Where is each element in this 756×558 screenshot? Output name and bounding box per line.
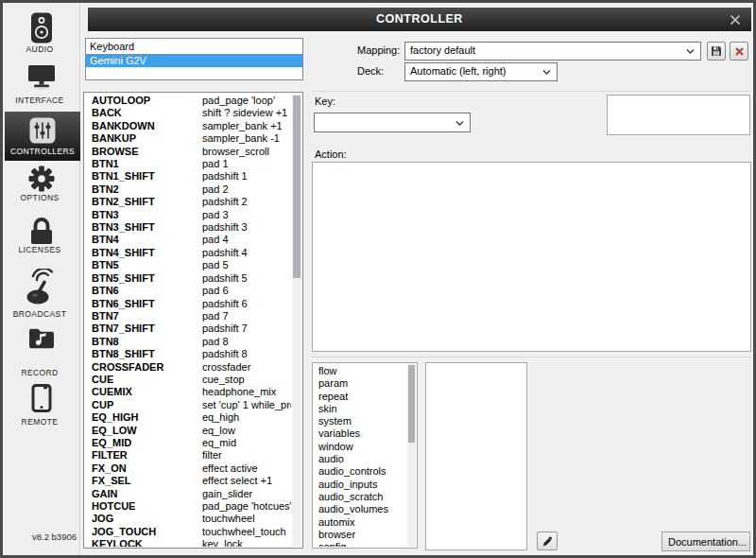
mapping-row[interactable]: AUTOLOOP pad_page 'loop' [85,95,291,107]
mapping-row[interactable]: JOG_TOUCH touchwheel_touch [85,526,291,538]
mapping-select[interactable]: factory default [404,42,701,61]
mapping-row[interactable]: BTN7_SHIFT padshift 7 [85,323,291,335]
mapping-row[interactable]: BTN4_SHIFT padshift 4 [85,247,291,259]
action-category-rows: flow param repeat skin system variables … [314,365,407,547]
action-category-item[interactable]: window [314,441,407,453]
documentation-button[interactable]: Documentation... [662,532,750,551]
mapping-key: FX_SEL [92,475,131,487]
mapping-row[interactable]: BTN8_SHIFT padshift 8 [85,348,291,360]
mapping-action: pad 8 [202,336,229,348]
deck-label: Deck: [357,65,384,77]
sidebar-item-controllers[interactable]: CONTROLLERS [5,112,80,161]
mapping-row[interactable]: CROSSFADER crossfader [85,361,291,374]
mapping-row[interactable]: EQ_MID eq_mid [85,437,291,449]
mapping-key: BTN2 [92,183,119,196]
action-category-item[interactable]: system [314,415,407,427]
mapping-key: CUE [92,374,113,386]
mapping-row[interactable]: KEYLOCK key_lock [85,538,291,547]
mapping-row[interactable]: CUP set 'cup' 1 while_press [85,399,291,411]
mapping-key: CUP [92,399,113,411]
mapping-row[interactable]: CUE cue_stop [85,374,291,386]
mapping-label: Mapping: [357,44,400,56]
mapping-row[interactable]: FX_ON effect active [85,462,291,475]
action-category-item[interactable]: variables [314,427,407,440]
mapping-row[interactable]: BANKDOWN sampler_bank +1 [85,120,291,132]
sidebar-item-label: BROADCAST [0,309,79,319]
mapping-row[interactable]: FILTER filter [85,449,291,462]
mapping-row[interactable]: BTN1_SHIFT padshift 1 [85,170,291,183]
delete-mapping-button[interactable] [730,42,748,61]
mapping-key: BANKUP [92,132,136,145]
device-item-gemini-g2v[interactable]: Gemini G2V [86,54,302,68]
action-category-item[interactable]: param [314,377,407,390]
mapping-row[interactable]: CUEMIX headphone_mix [85,386,291,398]
mapping-row[interactable]: BTN8 pad 8 [85,336,291,348]
key-select[interactable] [314,113,471,132]
action-category-item[interactable]: audio_scratch [314,491,407,503]
action-category-scroll-thumb[interactable] [408,365,415,443]
save-mapping-button[interactable] [707,42,726,61]
action-textarea[interactable] [312,162,751,352]
mapping-action: padshift 1 [202,170,248,183]
action-detail-list[interactable] [425,362,527,550]
action-category-item[interactable]: flow [314,365,407,377]
mapping-row[interactable]: BTN5 pad 5 [85,259,291,271]
mapping-key: JOG [92,513,113,525]
mapping-list-scrollbar[interactable] [292,94,301,547]
close-icon[interactable] [728,12,743,27]
save-icon [711,45,722,57]
mapping-row[interactable]: BTN1 pad 1 [85,158,291,170]
mapping-key: BTN1_SHIFT [92,170,155,183]
action-category-scrollbar[interactable] [407,364,416,547]
mapping-action: sampler_bank -1 [202,132,280,145]
mapping-action: pad 6 [202,285,229,297]
mapping-row[interactable]: BTN3 pad 3 [85,209,291,221]
action-category-item[interactable]: browser [314,529,407,541]
mapping-key: HOTCUE [92,500,135,513]
mapping-action: effect active [202,462,258,475]
mapping-action: pad 2 [202,183,229,196]
mapping-row[interactable]: BTN2 pad 2 [85,183,291,196]
mapping-row[interactable]: BROWSE browser_scroll [85,146,291,158]
controller-settings-window: AUDIO INTERFACE CONTROLLERS [0,0,756,558]
mapping-key: EQ_HIGH [92,411,139,424]
sidebar-item-label: LICENSES [0,245,79,254]
mapping-action: shift ? sideview +1 : br [202,107,291,119]
mapping-row[interactable]: HOTCUE pad_page 'hotcues' [85,500,291,513]
deck-select[interactable]: Automatic (left, right) [404,62,558,81]
mapping-action: pad 3 [202,209,229,221]
sidebar-item-label: REMOTE [0,417,79,427]
learn-action-button[interactable] [537,532,558,550]
mapping-row[interactable]: BTN5_SHIFT padshift 5 [85,272,291,285]
device-item-keyboard[interactable]: Keyboard [86,40,302,54]
mapping-row[interactable]: BTN3_SHIFT padshift 3 [85,221,291,234]
mapping-row[interactable]: GAIN gain_slider [85,488,291,500]
mapping-row[interactable]: BANKUP sampler_bank -1 [85,132,291,145]
sidebar-item-label: OPTIONS [0,193,79,202]
mapping-action: headphone_mix [202,386,276,398]
mapping-row[interactable]: EQ_HIGH eq_high [85,411,291,424]
monitor-icon [27,64,56,89]
action-category-item[interactable]: repeat [314,391,407,403]
mapping-row[interactable]: BTN6 pad 6 [85,285,291,297]
action-category-item[interactable]: config [314,541,407,547]
mapping-key: BTN5_SHIFT [92,272,155,285]
action-category-item[interactable]: automix [314,516,407,529]
mapping-row[interactable]: JOG touchwheel [85,513,291,525]
action-category-item[interactable]: skin [314,403,407,415]
mapping-row[interactable]: BTN6_SHIFT padshift 6 [85,298,291,310]
action-category-item[interactable]: audio_inputs [314,479,407,491]
mapping-row[interactable]: EQ_LOW eq_low [85,425,291,437]
mapping-row[interactable]: BTN2_SHIFT padshift 2 [85,196,291,208]
action-category-item[interactable]: audio [314,453,407,465]
mapping-row[interactable]: BTN7 pad 7 [85,310,291,323]
mapping-row[interactable]: BACK shift ? sideview +1 : br [85,107,291,119]
mapping-list-scroll-thumb[interactable] [293,96,301,278]
mapping-row[interactable]: BTN4 pad 4 [85,234,291,246]
mapping-key: EQ_LOW [92,425,137,437]
key-learn-display[interactable] [607,95,750,135]
mapping-action: cue_stop [202,374,245,386]
action-category-item[interactable]: audio_volumes [314,503,407,515]
mapping-row[interactable]: FX_SEL effect select +1 [85,475,291,487]
action-category-item[interactable]: audio_controls [314,465,407,478]
